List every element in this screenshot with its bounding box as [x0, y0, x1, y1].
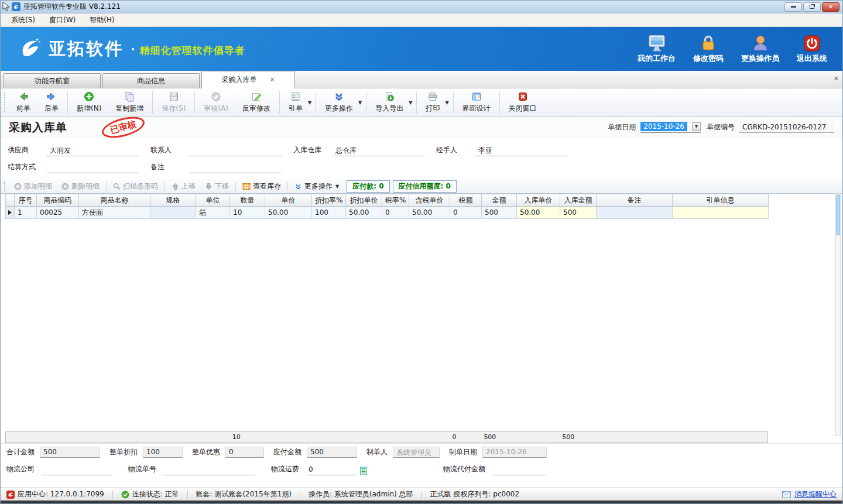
grid-column-header[interactable]: 单位	[196, 194, 230, 207]
unaudit-button[interactable]: 反审修改	[235, 88, 277, 116]
exit-system-button[interactable]: 退出系统	[797, 35, 827, 64]
grid-cell[interactable]: 0	[450, 207, 482, 219]
tab-function-nav[interactable]: 功能导航窗	[4, 73, 101, 88]
grid-column-header[interactable]: 税率%	[382, 194, 409, 207]
menu-system[interactable]: 系统(S)	[4, 13, 42, 27]
grid-column-header[interactable]: 入库单价	[517, 194, 560, 207]
tab-close-icon[interactable]: ✕	[269, 77, 275, 83]
audit-button[interactable]: 审核(A)	[197, 88, 235, 116]
my-workbench-button[interactable]: 我的工作台	[638, 35, 676, 64]
grid-cell[interactable]: 50.00	[265, 207, 312, 219]
grid-cell[interactable]	[150, 207, 196, 219]
contact-input[interactable]	[189, 146, 282, 156]
total-amount-input[interactable]: 500	[40, 447, 100, 458]
prev-order-button[interactable]: 前单	[9, 88, 37, 116]
minimize-button[interactable]	[784, 2, 802, 12]
order-reduction-input[interactable]: 0	[225, 447, 264, 458]
grid-cell[interactable]: 0	[382, 207, 409, 219]
warehouse-input[interactable]: 总仓库	[332, 146, 424, 156]
order-discount-input[interactable]: 100	[143, 447, 183, 458]
tab-product-info[interactable]: 商品信息	[102, 73, 200, 88]
ui-design-button[interactable]: 界面设计	[455, 88, 498, 116]
add-new-button[interactable]: 新增(N)	[70, 88, 108, 116]
supplier-input[interactable]: 大润发	[46, 146, 139, 156]
detail-more-button[interactable]: 更多操作 ▼	[290, 181, 344, 191]
import-export-button[interactable]: 导入导出 ▼	[368, 88, 414, 116]
grid-cell[interactable]: 50.00	[517, 207, 560, 219]
grid-cell[interactable]: 1	[15, 207, 37, 219]
grid-column-header[interactable]: 序号	[15, 194, 37, 207]
toolbar-grip[interactable]	[4, 92, 6, 112]
grid-column-header[interactable]: 引单信息	[673, 194, 769, 207]
next-order-button[interactable]: 后单	[37, 88, 66, 116]
grid-cell[interactable]: 50.00	[409, 207, 450, 219]
close-window-button[interactable]: 关闭窗口	[502, 88, 544, 116]
move-down-button[interactable]: 下移	[200, 181, 234, 191]
settlement-input[interactable]	[46, 163, 139, 173]
grid-column-header[interactable]: 商品名称	[79, 194, 150, 207]
add-detail-button[interactable]: 添加明细	[9, 181, 57, 191]
dropdown-arrow-icon[interactable]: ▼	[308, 100, 311, 105]
grid-cell[interactable]: 500	[560, 207, 597, 219]
change-password-button[interactable]: 修改密码	[693, 35, 724, 64]
logistics-company-input[interactable]	[42, 465, 112, 475]
grid-cell[interactable]	[673, 207, 769, 219]
move-up-button[interactable]: 上移	[167, 181, 200, 191]
dropdown-arrow-icon[interactable]: ▼	[358, 100, 362, 105]
tabstrip-close-icon[interactable]: ✕	[834, 75, 839, 83]
grid-column-header[interactable]: 规格	[150, 194, 196, 207]
grid-cell[interactable]: 10	[230, 207, 265, 219]
remove-detail-button[interactable]: 删除明细	[57, 181, 104, 191]
tracking-no-input[interactable]	[163, 465, 255, 475]
save-button[interactable]: 保存(S)	[155, 88, 193, 116]
close-button[interactable]: ✕	[822, 2, 839, 12]
grid-cell[interactable]: 箱	[196, 207, 230, 219]
payable-amount-input[interactable]: 500	[307, 447, 357, 458]
restore-button[interactable]	[803, 2, 821, 12]
scrollbar-thumb[interactable]	[836, 194, 840, 235]
copy-add-button[interactable]: 复制新增	[108, 88, 150, 116]
grid-column-header[interactable]: 商品编码	[37, 194, 79, 207]
menu-window[interactable]: 窗口(W)	[42, 13, 83, 27]
pull-order-button[interactable]: 引单 ▼	[282, 88, 314, 116]
dropdown-arrow-icon[interactable]: ▼	[335, 184, 339, 189]
grid-column-header[interactable]: 备注	[597, 194, 673, 207]
dropdown-arrow-icon[interactable]: ▼	[445, 100, 448, 105]
freight-input[interactable]: 0	[306, 465, 357, 475]
grid-column-header[interactable]: 数量	[230, 194, 265, 207]
document-header: 采购入库单 已审核 单据日期 2015-10-26 ▼ 单据编号 CGRKD-2…	[1, 117, 842, 138]
switch-operator-button[interactable]: 更换操作员	[741, 35, 779, 64]
grid-cell[interactable]: 50.00	[346, 207, 382, 219]
scan-barcode-button[interactable]: 扫描条形码	[108, 181, 163, 191]
vertical-scrollbar[interactable]	[835, 193, 841, 436]
envelope-icon	[782, 491, 791, 498]
freight-list-icon[interactable]	[360, 467, 367, 475]
grid-column-header[interactable]: 单价	[265, 194, 312, 207]
grid-cell[interactable]	[597, 207, 673, 219]
grid-column-header[interactable]: 入库金额	[560, 194, 597, 207]
grid-column-header[interactable]: 折扣单价	[346, 194, 382, 207]
menu-help[interactable]: 帮助(H)	[83, 13, 121, 27]
grid-cell[interactable]: 100	[312, 207, 346, 219]
doc-number-input[interactable]: CGRKD-20151026-0127	[739, 122, 834, 133]
grid-cell[interactable]: 方便面	[79, 207, 150, 219]
grid-column-header[interactable]: 税额	[450, 194, 482, 207]
detail-toolbar-grip[interactable]	[4, 181, 6, 191]
grid-column-header[interactable]: 金额	[482, 194, 517, 207]
dropdown-arrow-icon[interactable]: ▼	[409, 100, 412, 105]
tab-purchase-inbound[interactable]: 采购入库单 ✕	[201, 71, 295, 88]
remark-input[interactable]	[189, 163, 282, 173]
more-actions-button[interactable]: 更多操作 ▼	[318, 88, 364, 116]
grid-summary-cell	[36, 432, 78, 443]
doc-date-input[interactable]: 2015-10-26	[640, 122, 687, 131]
grid-column-header[interactable]: 含税单价	[409, 194, 450, 207]
print-button[interactable]: 打印 ▼	[419, 88, 451, 116]
agent-pay-input[interactable]	[492, 465, 546, 475]
date-dropdown-icon[interactable]: ▼	[692, 122, 701, 131]
view-stock-button[interactable]: 查看库存	[238, 181, 286, 191]
grid-cell[interactable]: 500	[482, 207, 517, 219]
grid-column-header[interactable]: 折扣率%	[312, 194, 346, 207]
message-center-link[interactable]: 消息提醒中心	[782, 489, 837, 499]
grid-cell[interactable]: 00025	[37, 207, 79, 219]
handler-input[interactable]: 李亚	[475, 146, 567, 156]
